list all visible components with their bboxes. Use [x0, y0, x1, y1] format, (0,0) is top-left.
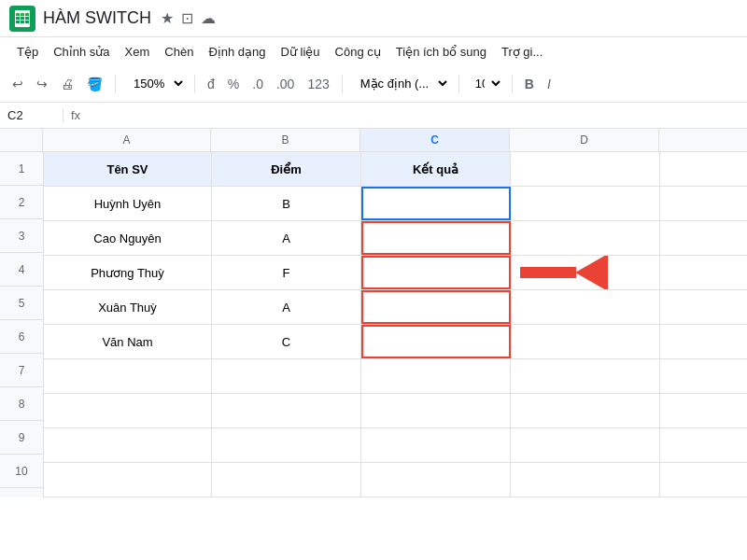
row-headers: 1 2 3 4 5 6 7 8 9 10	[0, 152, 44, 497]
redo-button[interactable]: ↪	[32, 74, 52, 94]
grid-wrapper: Tên SV Điểm Kết quả Huỳnh Uyên B Cao Ngu…	[44, 152, 747, 497]
menu-format[interactable]: Định dạng	[201, 41, 273, 63]
font-dropdown[interactable]: Mặc định (... Arial	[350, 73, 451, 94]
cell-a3[interactable]: Cao Nguyên	[44, 221, 212, 255]
cell-b1[interactable]: Điểm	[212, 152, 361, 186]
cell-a8[interactable]	[44, 394, 212, 427]
table-row: Văn Nam C	[44, 325, 747, 359]
row-header-8[interactable]: 8	[0, 387, 43, 421]
percent-button[interactable]: %	[223, 74, 244, 94]
row-header-6[interactable]: 6	[0, 320, 43, 354]
table-row	[44, 394, 747, 428]
cell-a6[interactable]: Văn Nam	[44, 325, 212, 358]
table-row: Xuân Thuỳ A	[44, 290, 747, 325]
menu-help[interactable]: Trợ gi...	[494, 41, 550, 63]
table-row: Tên SV Điểm Kết quả	[44, 152, 747, 187]
paint-format-button[interactable]: 🪣	[82, 74, 107, 94]
cell-d10[interactable]	[511, 463, 660, 497]
cell-reference: C2	[7, 108, 63, 122]
cell-b8[interactable]	[212, 394, 361, 427]
cell-b6[interactable]: C	[212, 325, 361, 358]
cloud-icon[interactable]: ☁	[201, 9, 216, 27]
col-header-c[interactable]: C	[360, 129, 510, 151]
row-header-5[interactable]: 5	[0, 287, 43, 320]
cell-d1[interactable]	[511, 152, 660, 186]
cell-a7[interactable]	[44, 359, 212, 393]
cell-d7[interactable]	[511, 359, 660, 393]
cell-c2[interactable]	[361, 187, 511, 220]
table-row: Huỳnh Uyên B	[44, 187, 747, 221]
corner-spacer	[0, 129, 43, 151]
cell-c7[interactable]	[361, 359, 511, 393]
menu-edit[interactable]: Chỉnh sửa	[46, 41, 117, 63]
col-header-a[interactable]: A	[43, 129, 211, 151]
cell-c10[interactable]	[361, 463, 511, 497]
italic-button[interactable]: I	[543, 74, 556, 94]
cell-d4[interactable]	[511, 256, 660, 289]
cell-b10[interactable]	[212, 463, 361, 497]
cell-b5[interactable]: A	[212, 290, 361, 324]
menu-insert[interactable]: Chèn	[157, 41, 201, 63]
undo-button[interactable]: ↩	[7, 74, 28, 94]
col-header-d[interactable]: D	[510, 129, 659, 151]
cell-b9[interactable]	[212, 428, 361, 462]
row-header-3[interactable]: 3	[0, 219, 43, 253]
cell-d9[interactable]	[511, 428, 660, 462]
row-header-7[interactable]: 7	[0, 354, 43, 387]
cell-c6[interactable]	[361, 325, 511, 358]
row-header-2[interactable]: 2	[0, 186, 43, 219]
cell-a9[interactable]	[44, 428, 212, 462]
menu-addons[interactable]: Tiện ích bổ sung	[388, 41, 494, 63]
format123-button[interactable]: 123	[303, 74, 333, 94]
cell-d3[interactable]	[511, 221, 660, 255]
grid: Tên SV Điểm Kết quả Huỳnh Uyên B Cao Ngu…	[44, 152, 747, 497]
cell-c1[interactable]: Kết quả	[361, 152, 511, 186]
cell-d5[interactable]	[511, 290, 660, 324]
decimal0-button[interactable]: .0	[247, 74, 268, 94]
cell-a2[interactable]: Huỳnh Uyên	[44, 187, 212, 220]
cell-c9[interactable]	[361, 428, 511, 462]
bold-button[interactable]: B	[520, 74, 539, 94]
cell-c5[interactable]	[361, 290, 511, 324]
star-icon[interactable]: ★	[161, 9, 174, 27]
menu-data[interactable]: Dữ liệu	[274, 41, 328, 63]
menu-view[interactable]: Xem	[118, 41, 158, 63]
font-size-dropdown[interactable]: 10 12 14	[467, 73, 504, 94]
cell-b7[interactable]	[212, 359, 361, 393]
currency-button[interactable]: đ	[203, 74, 219, 94]
cell-b4[interactable]: F	[212, 256, 361, 289]
cell-d8[interactable]	[511, 394, 660, 427]
row-header-10[interactable]: 10	[0, 455, 43, 488]
table-row	[44, 359, 747, 394]
cell-d2[interactable]	[511, 187, 660, 220]
cell-b2[interactable]: B	[212, 187, 361, 220]
fx-label: fx	[71, 108, 80, 122]
separator-2	[194, 75, 195, 93]
cell-b3[interactable]: A	[212, 221, 361, 255]
print-button[interactable]: 🖨	[56, 74, 78, 94]
table-row	[44, 463, 747, 497]
cell-c8[interactable]	[361, 394, 511, 427]
cell-a4[interactable]: Phương Thuỳ	[44, 256, 212, 289]
cell-d6[interactable]	[511, 325, 660, 358]
separator-5	[512, 75, 513, 93]
row-header-4[interactable]: 4	[0, 253, 43, 287]
col-header-b[interactable]: B	[211, 129, 360, 151]
menu-tools[interactable]: Công cụ	[328, 41, 388, 63]
row-header-1[interactable]: 1	[0, 152, 43, 186]
cell-a5[interactable]: Xuân Thuỳ	[44, 290, 212, 324]
menu-file[interactable]: Tệp	[9, 41, 46, 63]
spreadsheet-body: 1 2 3 4 5 6 7 8 9 10 Tên SV Điểm Kết quả	[0, 152, 747, 497]
table-row	[44, 428, 747, 463]
cell-c4[interactable]	[361, 256, 511, 289]
cell-a1[interactable]: Tên SV	[44, 152, 212, 186]
folder-icon[interactable]: ⊡	[181, 9, 193, 27]
cell-c3[interactable]	[361, 221, 511, 255]
formula-input[interactable]	[88, 108, 740, 122]
menu-bar: Tệp Chỉnh sửa Xem Chèn Định dạng Dữ liệu…	[0, 37, 747, 65]
cell-a10[interactable]	[44, 463, 212, 497]
decimal00-button[interactable]: .00	[272, 74, 299, 94]
table-row: Phương Thuỳ F	[44, 256, 747, 290]
row-header-9[interactable]: 9	[0, 421, 43, 455]
zoom-dropdown[interactable]: 150% 100% 75%	[123, 73, 187, 94]
